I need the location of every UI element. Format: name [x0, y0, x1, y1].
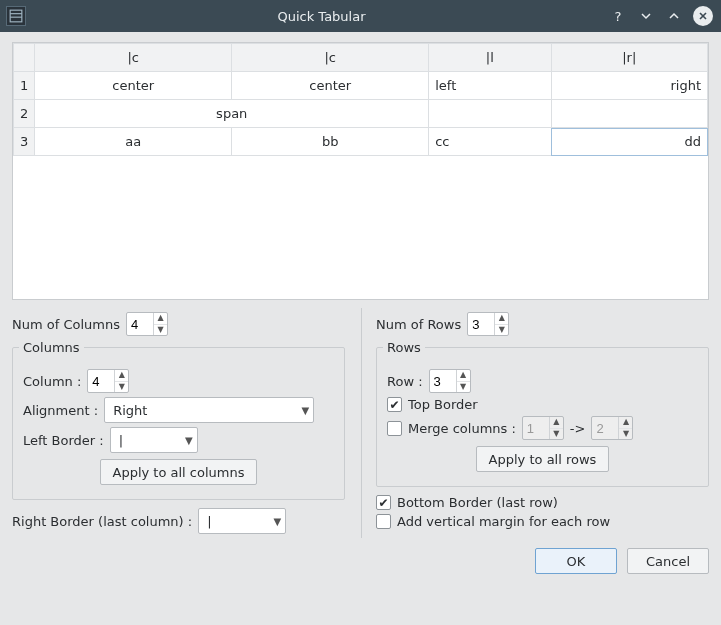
spin-up-icon[interactable]: ▲	[495, 313, 508, 325]
ok-button[interactable]: OK	[535, 548, 617, 574]
col-header[interactable]: |l	[429, 44, 551, 72]
titlebar: Quick Tabular ?	[0, 0, 721, 32]
spin-up-icon[interactable]: ▲	[115, 370, 128, 382]
cell[interactable]: cc	[429, 128, 551, 156]
cell[interactable]: bb	[232, 128, 429, 156]
merge-arrow: ->	[570, 421, 586, 436]
merge-from-spin: ▲▼	[522, 416, 564, 440]
cell[interactable]: center	[232, 72, 429, 100]
cell-selected[interactable]: dd	[551, 128, 707, 156]
tabular-preview[interactable]: |c |c |l |r| 1 center center left right …	[12, 42, 709, 300]
table-row: 3 aa bb cc dd	[14, 128, 708, 156]
merge-to-input	[592, 417, 618, 439]
table-row: 1 center center left right	[14, 72, 708, 100]
table-corner	[14, 44, 35, 72]
cell[interactable]: center	[35, 72, 232, 100]
help-icon[interactable]: ?	[609, 7, 627, 25]
apply-all-columns-button[interactable]: Apply to all columns	[100, 459, 258, 485]
row-header[interactable]: 3	[14, 128, 35, 156]
spin-up-icon[interactable]: ▲	[457, 370, 470, 382]
table-row: 2 span	[14, 100, 708, 128]
cell[interactable]: right	[551, 72, 707, 100]
cell[interactable]	[551, 100, 707, 128]
alignment-combo[interactable]: Right ▼	[104, 397, 314, 423]
bottom-border-label: Bottom Border (last row)	[397, 495, 558, 510]
col-header[interactable]: |c	[232, 44, 429, 72]
num-columns-input[interactable]	[127, 313, 153, 335]
spin-down-icon: ▼	[619, 429, 632, 440]
num-rows-label: Num of Rows	[376, 317, 461, 332]
cancel-button[interactable]: Cancel	[627, 548, 709, 574]
chevron-down-icon: ▼	[273, 516, 281, 527]
columns-group: Columns Column : ▲▼ Alignment : Right ▼	[12, 340, 345, 500]
checkbox-box: ✔	[387, 397, 402, 412]
cell[interactable]	[429, 100, 551, 128]
cancel-label: Cancel	[646, 554, 690, 569]
minimize-icon[interactable]	[637, 7, 655, 25]
spin-down-icon: ▼	[550, 429, 563, 440]
maximize-icon[interactable]	[665, 7, 683, 25]
spin-down-icon[interactable]: ▼	[495, 325, 508, 336]
cell[interactable]: aa	[35, 128, 232, 156]
col-header[interactable]: |r|	[551, 44, 707, 72]
spin-up-icon[interactable]: ▲	[154, 313, 167, 325]
right-border-label: Right Border (last column) :	[12, 514, 192, 529]
left-border-value: |	[119, 433, 123, 448]
apply-all-rows-label: Apply to all rows	[489, 452, 597, 467]
chevron-down-icon: ▼	[185, 435, 193, 446]
alignment-label: Alignment :	[23, 403, 98, 418]
row-label: Row :	[387, 374, 423, 389]
num-rows-input[interactable]	[468, 313, 494, 335]
num-columns-label: Num of Columns	[12, 317, 120, 332]
spin-down-icon[interactable]: ▼	[115, 382, 128, 393]
row-input[interactable]	[430, 370, 456, 392]
spin-up-icon: ▲	[619, 417, 632, 429]
row-spin[interactable]: ▲▼	[429, 369, 471, 393]
columns-legend: Columns	[19, 340, 84, 355]
column-input[interactable]	[88, 370, 114, 392]
column-label: Column :	[23, 374, 81, 389]
num-columns-spin[interactable]: ▲▼	[126, 312, 168, 336]
row-header[interactable]: 2	[14, 100, 35, 128]
checkbox-box: ✔	[387, 421, 402, 436]
svg-rect-0	[10, 10, 22, 22]
top-border-checkbox[interactable]: ✔ Top Border	[387, 397, 478, 412]
bottom-border-checkbox[interactable]: ✔ Bottom Border (last row)	[376, 495, 558, 510]
column-spin[interactable]: ▲▼	[87, 369, 129, 393]
chevron-down-icon: ▼	[301, 405, 309, 416]
spin-down-icon[interactable]: ▼	[154, 325, 167, 336]
checkbox-box: ✔	[376, 495, 391, 510]
left-border-label: Left Border :	[23, 433, 104, 448]
vmargin-checkbox[interactable]: ✔ Add vertical margin for each row	[376, 514, 610, 529]
cell-spanned[interactable]: span	[35, 100, 429, 128]
rows-legend: Rows	[383, 340, 425, 355]
left-border-combo[interactable]: | ▼	[110, 427, 198, 453]
checkbox-box: ✔	[376, 514, 391, 529]
right-border-value: |	[207, 514, 211, 529]
merge-from-input	[523, 417, 549, 439]
row-header[interactable]: 1	[14, 72, 35, 100]
spin-down-icon[interactable]: ▼	[457, 382, 470, 393]
apply-all-rows-button[interactable]: Apply to all rows	[476, 446, 610, 472]
merge-columns-label: Merge columns :	[408, 421, 516, 436]
merge-to-spin: ▲▼	[591, 416, 633, 440]
apply-all-columns-label: Apply to all columns	[113, 465, 245, 480]
app-icon	[6, 6, 26, 26]
num-rows-spin[interactable]: ▲▼	[467, 312, 509, 336]
col-header[interactable]: |c	[35, 44, 232, 72]
alignment-value: Right	[113, 403, 147, 418]
cell[interactable]: left	[429, 72, 551, 100]
merge-columns-checkbox[interactable]: ✔ Merge columns :	[387, 421, 516, 436]
spin-up-icon: ▲	[550, 417, 563, 429]
rows-group: Rows Row : ▲▼ ✔ Top Border ✔	[376, 340, 709, 487]
close-icon[interactable]	[693, 6, 713, 26]
window-title: Quick Tabular	[34, 9, 609, 24]
top-border-label: Top Border	[408, 397, 478, 412]
vmargin-label: Add vertical margin for each row	[397, 514, 610, 529]
ok-label: OK	[567, 554, 586, 569]
right-border-combo[interactable]: | ▼	[198, 508, 286, 534]
